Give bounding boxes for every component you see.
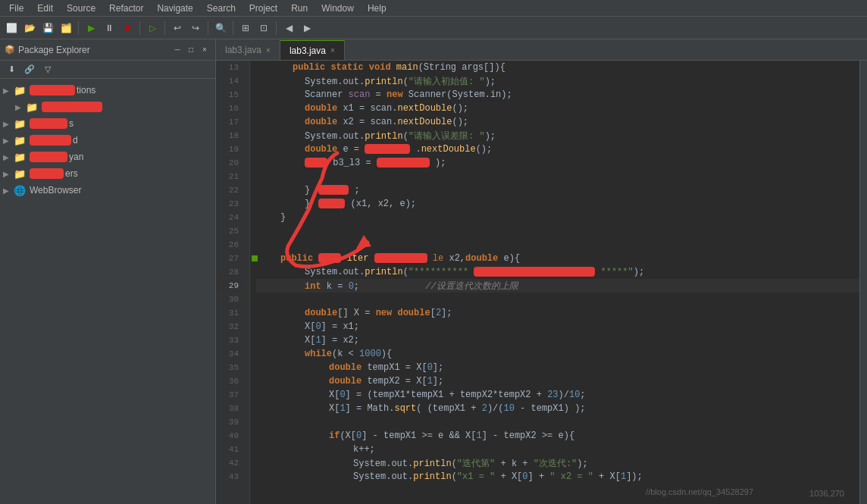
- tab-close-1[interactable]: ×: [330, 46, 335, 55]
- code-line-25: [256, 224, 859, 238]
- tree-item-4[interactable]: ▶ 📁 yan: [0, 149, 215, 165]
- menu-help[interactable]: Help: [362, 2, 393, 15]
- ln-27: 27: [216, 252, 243, 265]
- menu-source[interactable]: Source: [61, 2, 102, 15]
- tree-arrow-6: ▶: [3, 186, 12, 195]
- menu-refactor[interactable]: Refactor: [103, 2, 149, 15]
- code-line-27: public iter le x2,double e){: [256, 252, 859, 265]
- ln-17: 17: [216, 115, 243, 129]
- toolbar-separator-1: [78, 21, 79, 35]
- ln-42: 42: [216, 456, 243, 470]
- code-line-19: double e = .nextDouble();: [256, 142, 859, 156]
- editor-tab-1[interactable]: lab3.java ×: [280, 40, 345, 60]
- tree-item-5[interactable]: ▶ 📁 ers: [0, 165, 215, 182]
- tree-label-redacted-4: [30, 152, 67, 162]
- ln-37: 37: [216, 388, 243, 402]
- code-line-34: while(k < 1000){: [256, 347, 859, 361]
- tree-label-redacted-1: [42, 102, 102, 112]
- cursor-position: 1036,270: [809, 489, 844, 498]
- toolbar-new[interactable]: ⬜: [3, 20, 20, 36]
- panel-collapse-all[interactable]: ⬇: [3, 61, 20, 78]
- tree-label-suffix-2: s: [69, 118, 74, 129]
- toolbar-run[interactable]: ▶: [83, 20, 99, 36]
- tree-icon-1: 📁: [26, 102, 38, 113]
- toolbar-debug[interactable]: ▷: [144, 20, 161, 36]
- code-line-23: } (x1, x2, e);: [256, 197, 859, 211]
- tree-icon-5: 📁: [14, 168, 26, 180]
- ln-26: 26: [216, 238, 243, 252]
- menu-run[interactable]: Run: [285, 2, 314, 15]
- toolbar-console[interactable]: ⊡: [255, 20, 272, 36]
- ln-29: 29: [216, 279, 243, 293]
- menu-file[interactable]: File: [3, 2, 30, 15]
- tree-item-6[interactable]: ▶ 🌐 WebBrowser: [0, 182, 215, 199]
- tree-item-1[interactable]: ▶ 📁: [0, 99, 215, 115]
- code-line-20: b3_l3 = );: [256, 156, 859, 170]
- toolbar-save-all[interactable]: 🗂️: [58, 20, 74, 36]
- code-line-29: int k = 0; //设置迭代次数的上限: [256, 279, 859, 293]
- toolbar-separator-5: [233, 21, 233, 35]
- tab-label-1: lab3.java: [290, 45, 326, 56]
- tree-item-2[interactable]: ▶ 📁 s: [0, 115, 215, 132]
- tab-label-0: lab3.java: [225, 45, 261, 55]
- toolbar-search[interactable]: 🔍: [212, 20, 229, 36]
- tree-arrow-1: ▶: [15, 103, 24, 111]
- menu-window[interactable]: Window: [315, 2, 360, 15]
- package-explorer-title-area: 📦 Package Explorer: [5, 45, 171, 55]
- menu-search[interactable]: Search: [201, 2, 242, 15]
- toolbar-separator-6: [276, 21, 277, 35]
- tree-item-3[interactable]: ▶ 📁 d: [0, 132, 215, 149]
- toolbar-perspective[interactable]: ⊞: [237, 20, 254, 36]
- main-layout: 📦 Package Explorer ─ □ × ⬇ 🔗 ▽ ▶ 📁 tions: [0, 39, 867, 504]
- toolbar-pause[interactable]: ⏸: [101, 20, 117, 36]
- toolbar-open[interactable]: 📂: [21, 20, 38, 36]
- ln-36: 36: [216, 374, 243, 388]
- toolbar-back[interactable]: ◀: [280, 20, 297, 36]
- ln-16: 16: [216, 102, 243, 115]
- breakpoint-dot-27: [252, 255, 258, 261]
- package-explorer-title: Package Explorer: [18, 45, 90, 55]
- package-explorer-tree: ▶ 📁 tions ▶ 📁 ▶ 📁 s ▶ 📁 d: [0, 79, 215, 504]
- panel-toolbar: ⬇ 🔗 ▽: [0, 61, 215, 79]
- ln-39: 39: [216, 415, 243, 429]
- menu-edit[interactable]: Edit: [31, 2, 59, 15]
- code-line-37: X[0] = (tempX1*tempX1 + tempX2*tempX2 + …: [256, 388, 859, 402]
- panel-close-btn[interactable]: ×: [199, 44, 211, 56]
- menu-navigate[interactable]: Navigate: [151, 2, 199, 15]
- panel-view-menu[interactable]: ▽: [39, 61, 56, 78]
- ln-32: 32: [216, 320, 243, 333]
- code-line-15: Scanner scan = new Scanner(System.in);: [256, 88, 859, 102]
- tree-icon-6: 🌐: [14, 185, 26, 196]
- tree-item-0[interactable]: ▶ 📁 tions: [0, 82, 215, 99]
- toolbar-redo[interactable]: ↪: [187, 20, 204, 36]
- panel-link-editor[interactable]: 🔗: [21, 61, 38, 78]
- toolbar-stop[interactable]: ■: [119, 20, 136, 36]
- ln-20: 20: [216, 156, 243, 170]
- toolbar-forward[interactable]: ▶: [299, 20, 315, 36]
- code-line-42: System.out.println("迭代第" + k + "次迭代:");: [256, 456, 859, 470]
- code-line-39: [256, 415, 859, 429]
- line-numbers: 13 14 15 16 17 18 19 20 21 22 23 24 25 2…: [216, 61, 250, 504]
- tree-icon-0: 📁: [14, 85, 26, 96]
- code-area[interactable]: public static void main(String args[]){ …: [250, 61, 859, 504]
- menu-bar: File Edit Source Refactor Navigate Searc…: [0, 0, 867, 17]
- toolbar-save[interactable]: 💾: [39, 20, 56, 36]
- panel-maximize-btn[interactable]: □: [185, 44, 197, 56]
- ln-15: 15: [216, 88, 243, 102]
- ln-41: 41: [216, 443, 243, 456]
- tree-arrow-0: ▶: [3, 86, 12, 95]
- editor-tabs: lab3.java × lab3.java ×: [216, 39, 867, 61]
- toolbar-undo[interactable]: ↩: [169, 20, 186, 36]
- watermark: //blog.csdn.net/qq_34528297: [646, 487, 753, 496]
- tree-arrow-2: ▶: [3, 120, 12, 128]
- toolbar: ⬜ 📂 💾 🗂️ ▶ ⏸ ■ ▷ ↩ ↪ 🔍 ⊞ ⊡ ◀ ▶: [0, 17, 867, 39]
- menu-project[interactable]: Project: [243, 2, 283, 15]
- vertical-scrollbar[interactable]: [859, 61, 867, 504]
- tab-close-0[interactable]: ×: [266, 46, 271, 55]
- editor-tab-0[interactable]: lab3.java ×: [216, 40, 280, 60]
- panel-minimize-btn[interactable]: ─: [171, 44, 183, 56]
- toolbar-separator-3: [164, 21, 165, 35]
- ln-19: 19: [216, 142, 243, 156]
- code-editor[interactable]: 13 14 15 16 17 18 19 20 21 22 23 24 25 2…: [216, 61, 867, 504]
- ln-23: 23: [216, 197, 243, 211]
